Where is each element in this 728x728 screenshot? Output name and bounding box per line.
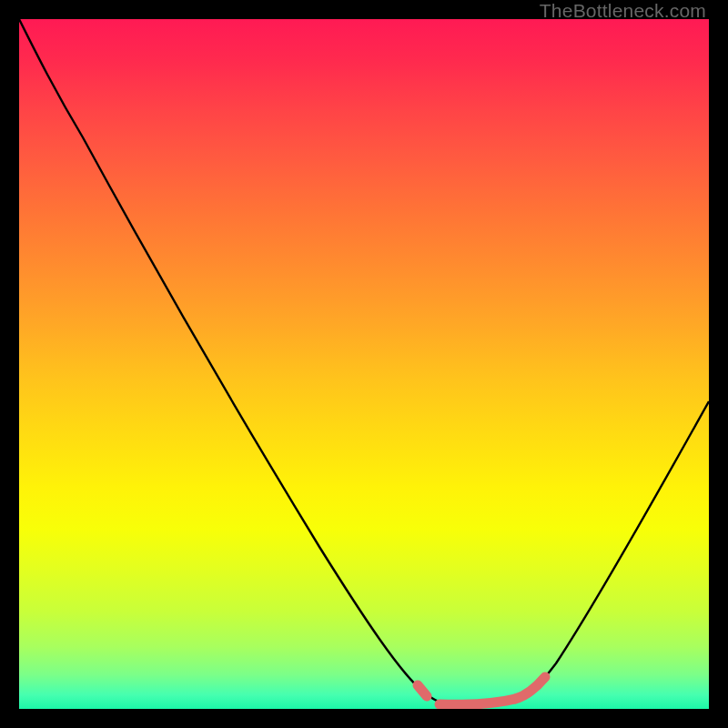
chart-stage: TheBottleneck.com bbox=[0, 0, 728, 728]
plot-area bbox=[19, 19, 709, 709]
bottleneck-curve bbox=[19, 19, 709, 709]
optimal-zone-highlight bbox=[418, 677, 545, 704]
curve-path bbox=[19, 19, 709, 704]
